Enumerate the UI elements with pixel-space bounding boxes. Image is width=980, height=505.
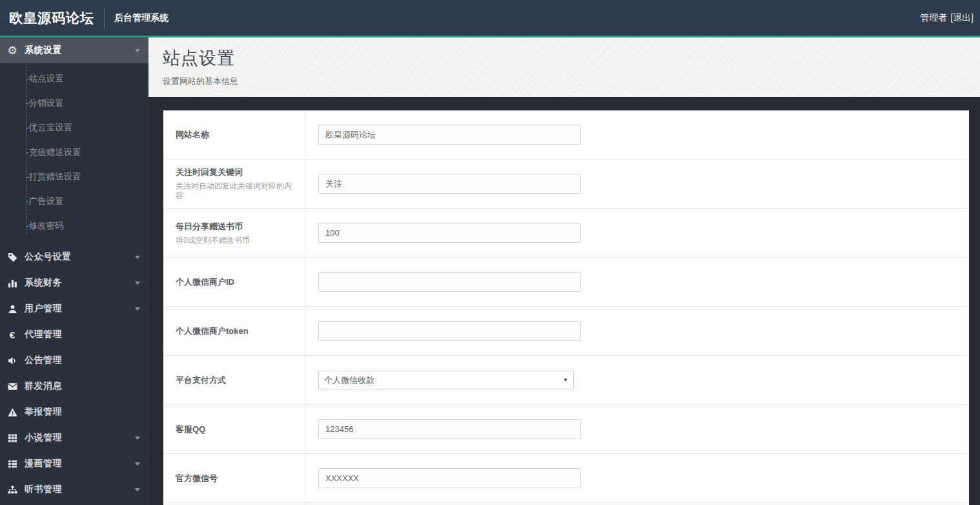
sidebar-item-report-management[interactable]: 举报管理 (0, 399, 148, 425)
sidebar-item-agent-management[interactable]: €代理管理 (0, 322, 148, 347)
sidebar-subitem-change-password[interactable]: 修改密码 (0, 214, 148, 238)
follow-reply-keyword-input[interactable] (318, 174, 581, 194)
chevron-down-icon (135, 282, 140, 285)
platform-payment-method-select-wrap: 个人微信收款▼ (318, 371, 574, 389)
label-cell: 每日分享赠送书币填0或空则不赠送书币 (163, 209, 305, 257)
sidebar-subitem-reward-bonus-settings[interactable]: 打赏赠送设置 (0, 165, 148, 189)
sidebar-item-audiobook-management[interactable]: 听书管理 (0, 477, 148, 502)
official-wechat-id-input[interactable] (318, 468, 581, 488)
support-qq-label: 客服QQ (176, 424, 297, 435)
main-area: 站点设置 设置网站的基本信息 网站名称关注时回复关键词关注时自动回复此关键词对应… (148, 37, 980, 505)
sidebar-item-user-management[interactable]: 用户管理 (0, 296, 148, 322)
chevron-down-icon (135, 488, 140, 491)
sidebar-item-comic-management[interactable]: 漫画管理 (0, 451, 148, 477)
tag-icon (6, 251, 18, 263)
form-row-official-wechat-id: 官方微信号 (163, 454, 969, 503)
list-icon (6, 458, 18, 469)
content-area: 网站名称关注时回复关键词关注时自动回复此关键词对应的内容每日分享赠送书币填0或空… (148, 97, 980, 505)
sidebar-item-label: 系统设置 (25, 45, 62, 56)
sidebar-subitem-recharge-bonus-settings[interactable]: 充值赠送设置 (0, 140, 148, 165)
official-wechat-id-label: 官方微信号 (176, 473, 297, 484)
sidebar-item-label: 用户管理 (25, 303, 62, 314)
sidebar-item-label: 公众号设置 (25, 251, 72, 263)
speaker-icon (6, 355, 18, 366)
form-row-website-name: 网站名称 (163, 110, 969, 160)
sidebar-item-system-settings[interactable]: ⚙系统设置 (0, 37, 148, 63)
form-row-personal-wechat-merchant-token: 个人微信商户token (163, 307, 969, 356)
label-cell: 个人微信商户ID (163, 258, 305, 306)
sidebar-subitem-site-settings[interactable]: 站点设置 (0, 67, 148, 91)
chevron-down-icon (135, 49, 140, 52)
grid-icon (6, 432, 18, 444)
label-cell: 官方微信号 (163, 454, 305, 502)
page-header: 站点设置 设置网站的基本信息 (148, 37, 980, 97)
support-qq-input[interactable] (318, 419, 581, 439)
gear-icon: ⚙ (6, 45, 18, 56)
sidebar-item-announcement-management[interactable]: 公告管理 (0, 347, 148, 373)
platform-payment-method-select[interactable]: 个人微信收款 (318, 371, 574, 389)
chevron-down-icon (135, 256, 140, 259)
input-cell (305, 110, 969, 159)
bar-chart-icon (6, 277, 18, 289)
daily-share-coins-input[interactable] (318, 223, 581, 243)
label-cell: 关注时回复关键词关注时自动回复此关键词对应的内容 (163, 160, 305, 208)
label-cell: 网站名称 (163, 110, 305, 159)
sidebar-subitem-ad-settings[interactable]: 广告设置 (0, 189, 148, 214)
warning-icon (6, 406, 18, 418)
input-cell (305, 209, 969, 257)
sidebar-item-official-account-settings[interactable]: 公众号设置 (0, 244, 148, 270)
sidebar-item-label: 小说管理 (25, 432, 62, 444)
platform-payment-method-label: 平台支付方式 (176, 375, 297, 386)
personal-wechat-merchant-id-label: 个人微信商户ID (176, 276, 297, 287)
input-cell (305, 307, 969, 355)
sidebar-item-novel-management[interactable]: 小说管理 (0, 425, 148, 451)
follow-reply-keyword-hint: 关注时自动回复此关键词对应的内容 (176, 181, 297, 201)
user-icon (6, 303, 18, 314)
page-title: 站点设置 (163, 46, 980, 70)
form-row-follow-reply-keyword: 关注时回复关键词关注时自动回复此关键词对应的内容 (163, 160, 969, 209)
settings-form-card: 网站名称关注时回复关键词关注时自动回复此关键词对应的内容每日分享赠送书币填0或空… (163, 110, 969, 505)
chevron-down-icon (135, 437, 140, 440)
form-row-daily-share-coins: 每日分享赠送书币填0或空则不赠送书币 (163, 209, 969, 258)
input-cell (305, 454, 969, 502)
label-cell: 客服QQ (163, 405, 305, 453)
sidebar-item-label: 系统财务 (25, 277, 62, 289)
input-cell: 个人微信收款▼ (305, 356, 969, 404)
app-logo: 欧皇源码论坛 (9, 9, 94, 27)
system-name: 后台管理系统 (114, 12, 168, 24)
chevron-down-icon (135, 462, 140, 466)
input-cell (305, 160, 969, 208)
submenu-system-settings: 站点设置分销设置优云宝设置充值赠送设置打赏赠送设置广告设置修改密码 (0, 63, 148, 244)
personal-wechat-merchant-id-input[interactable] (318, 272, 581, 292)
sidebar-item-label: 听书管理 (25, 484, 62, 495)
website-name-input[interactable] (318, 125, 581, 145)
sitemap-icon (6, 484, 18, 495)
form-row-support-qq: 客服QQ (163, 405, 969, 454)
sidebar-item-label: 漫画管理 (25, 458, 62, 469)
chevron-down-icon (135, 307, 140, 311)
envelope-icon (6, 380, 18, 392)
navbar-divider (104, 7, 105, 29)
form-row-personal-wechat-merchant-id: 个人微信商户ID (163, 258, 969, 307)
sidebar-item-label: 群发消息 (25, 380, 62, 392)
daily-share-coins-label: 每日分享赠送书币 (176, 221, 297, 232)
input-cell (305, 405, 969, 453)
user-label: 管理者 (920, 12, 947, 24)
sidebar-item-label: 举报管理 (25, 406, 62, 418)
personal-wechat-merchant-token-label: 个人微信商户token (176, 325, 297, 336)
euro-icon: € (6, 329, 18, 340)
logout-link[interactable]: [退出] (950, 12, 974, 24)
sidebar-item-label: 公告管理 (25, 355, 62, 366)
sidebar-subitem-distribution-settings[interactable]: 分销设置 (0, 91, 148, 116)
personal-wechat-merchant-token-input[interactable] (318, 321, 581, 341)
sidebar-item-label: 代理管理 (25, 329, 62, 340)
label-cell: 平台支付方式 (163, 356, 305, 404)
website-name-label: 网站名称 (176, 129, 297, 140)
top-navbar: 欧皇源码论坛 后台管理系统 管理者 [退出] (0, 0, 980, 37)
sidebar-nav: ⚙系统设置站点设置分销设置优云宝设置充值赠送设置打赏赠送设置广告设置修改密码公众… (0, 37, 148, 505)
label-cell: 个人微信商户token (163, 307, 305, 355)
sidebar-item-mass-message[interactable]: 群发消息 (0, 373, 148, 399)
follow-reply-keyword-label: 关注时回复关键词 (176, 167, 297, 178)
sidebar-subitem-youyunbao-settings[interactable]: 优云宝设置 (0, 116, 148, 140)
sidebar-item-system-finance[interactable]: 系统财务 (0, 270, 148, 296)
